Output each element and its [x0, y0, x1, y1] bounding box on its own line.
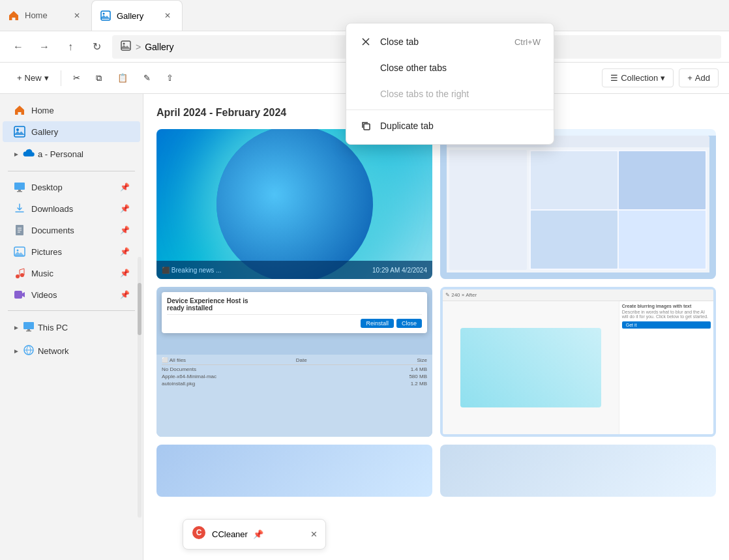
back-button[interactable]: ←: [8, 37, 29, 57]
sidebar-item-pictures[interactable]: Pictures 📌: [3, 241, 140, 262]
close-other-tabs-label: Close other tabs: [380, 63, 447, 73]
sidebar-item-documents[interactable]: Documents 📌: [3, 220, 140, 241]
desktop-icon: [13, 181, 26, 194]
get-it-btn[interactable]: Get it: [622, 321, 711, 329]
address-folder-icon: [120, 40, 132, 53]
svg-rect-6: [14, 183, 25, 190]
sidebar-item-music[interactable]: Music 📌: [3, 263, 140, 284]
tab-gallery-label: Gallery: [117, 11, 156, 21]
tab-home-label: Home: [25, 10, 65, 20]
videos-icon: [13, 288, 26, 301]
music-icon: [13, 267, 26, 280]
install-reinstall[interactable]: Reinstall: [361, 319, 394, 328]
network-icon: [22, 344, 35, 359]
sidebar-network-label: Network: [38, 346, 69, 356]
sidebar-documents-label: Documents: [31, 226, 74, 235]
tab-home[interactable]: Home ✕: [0, 0, 91, 31]
address-gallery-text: Gallery: [145, 42, 173, 52]
install-title: Device Experience Host isready installed: [167, 297, 422, 312]
sidebar-divider-2: [8, 310, 135, 311]
svg-point-1: [103, 13, 105, 15]
cloud-icon: [22, 147, 35, 162]
forward-button[interactable]: →: [34, 37, 55, 57]
pin-icon-documents: 📌: [120, 226, 130, 235]
close-tab-label: Close tab: [380, 37, 419, 47]
gallery-thumb-6[interactable]: [440, 445, 716, 497]
share-button[interactable]: ⇧: [160, 69, 180, 87]
sidebar-music-label: Music: [31, 269, 53, 278]
gallery-thumb-4[interactable]: ✎ 240 × After Create blurring images wit…: [440, 287, 716, 437]
tab-gallery-close[interactable]: ✕: [161, 9, 174, 22]
toast-label: CCleaner: [212, 529, 248, 539]
toast-pin-button[interactable]: 📌: [253, 529, 263, 539]
new-button[interactable]: + New ▾: [10, 69, 55, 87]
pin-icon-pictures: 📌: [120, 247, 130, 256]
refresh-button[interactable]: ↻: [86, 37, 107, 57]
close-tab-shortcut: Ctrl+W: [514, 37, 541, 47]
home-tab-icon: [8, 10, 20, 22]
sidebar-item-videos[interactable]: Videos 📌: [3, 284, 140, 305]
tab-gallery[interactable]: Gallery ✕: [91, 0, 183, 31]
sidebar-a-personal-label: a - Personal: [38, 149, 83, 159]
sidebar-item-a-personal[interactable]: ► a - Personal: [3, 143, 140, 166]
gallery-row-2: [156, 445, 716, 497]
sidebar-item-network[interactable]: ► Network: [3, 340, 140, 362]
empty-icon-2: [359, 87, 372, 100]
sidebar-item-gallery[interactable]: Gallery: [3, 121, 140, 142]
sidebar-item-desktop[interactable]: Desktop 📌: [3, 177, 140, 198]
toolbar-right: ☰ Collection ▾ + Add: [602, 68, 719, 87]
svg-rect-4: [14, 126, 25, 137]
expand-arrow-personal: ►: [13, 151, 20, 158]
gallery-thumb-3[interactable]: Device Experience Host isready installed…: [156, 287, 432, 437]
sidebar-desktop-label: Desktop: [31, 183, 63, 192]
collection-button[interactable]: ☰ Collection ▾: [602, 68, 674, 87]
pin-icon-downloads: 📌: [120, 204, 130, 213]
gallery-tab-icon: [100, 10, 112, 22]
main-layout: Home Gallery ► a - Personal Desktop 📌: [0, 94, 729, 560]
pictures-icon: [13, 245, 26, 258]
gallery-thumb-1[interactable]: ⬛ Breaking news ... 10:29 AM 4/2/2024: [156, 129, 432, 279]
context-menu: Close tab Ctrl+W Close other tabs Close …: [346, 23, 554, 145]
sidebar-home-label: Home: [31, 106, 54, 115]
paste-button[interactable]: 📋: [111, 69, 134, 87]
sidebar-item-home[interactable]: Home: [3, 100, 140, 121]
up-button[interactable]: ↑: [60, 37, 81, 57]
svg-rect-7: [18, 190, 21, 191]
svg-point-15: [16, 274, 20, 278]
svg-point-14: [17, 250, 19, 252]
menu-item-duplicate-tab[interactable]: Duplicate tab: [346, 113, 554, 139]
add-button[interactable]: + Add: [679, 68, 719, 87]
svg-text:C: C: [196, 528, 202, 537]
gallery-thumb-5[interactable]: [156, 445, 432, 497]
cut-button[interactable]: ✂: [67, 69, 87, 87]
sidebar: Home Gallery ► a - Personal Desktop 📌: [0, 94, 143, 560]
svg-rect-25: [364, 124, 370, 130]
tab-home-close[interactable]: ✕: [70, 9, 83, 22]
sidebar-item-thispc[interactable]: ► This PC: [3, 316, 140, 339]
close-tabs-right-label: Close tabs to the right: [380, 89, 469, 99]
gallery-thumb-2[interactable]: [440, 129, 716, 279]
expand-arrow-thispc: ►: [13, 324, 20, 331]
collection-icon: ☰: [610, 73, 618, 83]
pin-icon-music: 📌: [120, 269, 130, 278]
gallery-icon: [13, 125, 26, 138]
sidebar-downloads-label: Downloads: [31, 204, 73, 214]
menu-item-close-other-tabs[interactable]: Close other tabs: [346, 55, 554, 81]
pin-icon-desktop: 📌: [120, 183, 130, 192]
copy-button[interactable]: ⧉: [89, 69, 108, 87]
ccleaner-icon: C: [191, 525, 207, 544]
sidebar-item-downloads[interactable]: Downloads 📌: [3, 198, 140, 219]
rename-button[interactable]: ✎: [137, 69, 157, 87]
install-close[interactable]: Close: [396, 319, 422, 328]
svg-point-3: [123, 43, 125, 45]
svg-rect-19: [27, 329, 30, 331]
thumb1-time: 10:29 AM 4/2/2024: [372, 267, 427, 274]
close-x-icon: [359, 35, 372, 48]
sidebar-thispc-label: This PC: [38, 323, 68, 332]
content-area: April 2024 - February 2024 ⬛ Breaking ne…: [143, 94, 729, 560]
menu-divider: [346, 110, 554, 110]
menu-item-close-tab[interactable]: Close tab Ctrl+W: [346, 29, 554, 55]
documents-icon: [13, 224, 26, 237]
toast-close-button[interactable]: ✕: [310, 529, 318, 539]
scroll-thumb[interactable]: [138, 283, 141, 335]
